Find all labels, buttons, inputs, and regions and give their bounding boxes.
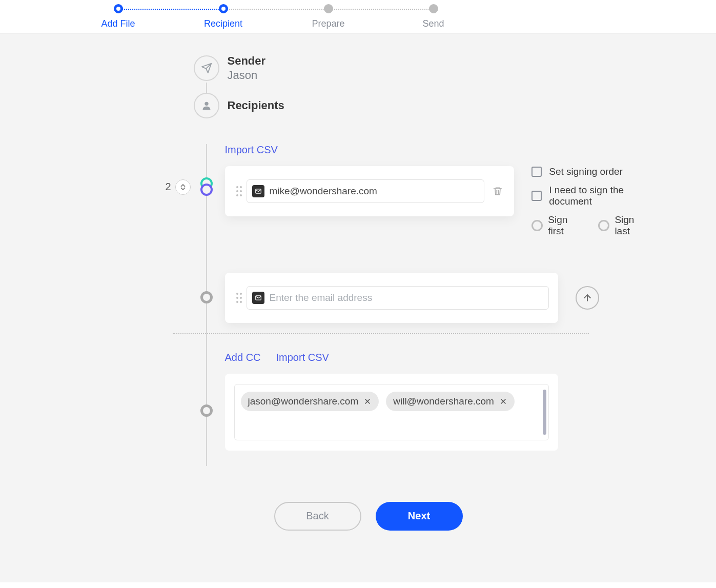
step-send[interactable]: Send [381,4,486,29]
remove-chip-button[interactable] [363,397,372,405]
recipients-label: Recipients [228,99,284,112]
email-field-wrap [247,179,485,203]
need-sign-checkbox[interactable]: I need to sign the document [531,185,650,207]
step-label: Recipient [204,18,242,29]
recipient-card-empty [225,273,558,323]
order-stepper: 2 [166,179,191,195]
sign-first-radio[interactable]: Sign first [531,214,584,237]
recipient-badges [200,177,213,196]
set-signing-order-checkbox[interactable]: Set signing order [531,166,650,177]
step-recipient[interactable]: Recipient [171,4,276,29]
step-label: Send [422,18,444,29]
signing-options: Set signing order I need to sign the doc… [531,166,650,237]
option-label: Set signing order [549,166,623,177]
sender-name: Jason [228,69,266,82]
timeline-marker [200,404,213,417]
import-cc-csv-link[interactable]: Import CSV [276,352,329,363]
svg-point-2 [204,102,208,105]
recipients-block: Recipients [194,93,650,118]
cc-chip: jason@wondershare.com [241,392,379,411]
recipient-email-input[interactable] [270,186,479,197]
cc-card: jason@wondershare.com will@wondershare.c… [225,374,558,451]
recipient-email-input[interactable] [270,292,543,303]
footer-buttons: Back Next [87,502,650,531]
drag-handle-icon[interactable] [234,184,240,198]
option-label: I need to sign the document [549,185,650,207]
delete-recipient-button[interactable] [490,184,505,198]
envelope-icon [252,185,264,197]
stack-count: 2 [166,181,171,193]
timeline-marker [200,291,213,303]
cc-chip: will@wondershare.com [386,392,515,411]
step-label: Add File [101,18,135,29]
envelope-icon [252,292,264,304]
option-label: Sign first [548,214,584,237]
step-add-file[interactable]: Add File [66,4,171,29]
remove-chip-button[interactable] [499,397,507,405]
step-prepare[interactable]: Prepare [276,4,381,29]
drag-handle-icon[interactable] [234,291,240,305]
person-icon [194,93,219,118]
paper-plane-icon [194,55,219,81]
sender-block: Sender Jason [194,54,650,83]
add-cc-link[interactable]: Add CC [225,352,261,363]
back-button[interactable]: Back [274,502,361,531]
cc-chip-email: will@wondershare.com [393,396,494,407]
sign-last-radio[interactable]: Sign last [598,214,650,237]
scrollbar-indicator[interactable] [543,390,546,435]
option-label: Sign last [615,214,650,237]
step-label: Prepare [312,18,344,29]
cc-input-area[interactable]: jason@wondershare.com will@wondershare.c… [234,384,549,440]
import-csv-link[interactable]: Import CSV [225,144,278,156]
recipient-card [225,166,515,216]
email-field-wrap [247,286,549,310]
stepper-bar: Add File Recipient Prepare Send [0,0,716,34]
next-button[interactable]: Next [376,502,463,531]
timeline-segment [206,83,207,93]
cc-chip-email: jason@wondershare.com [248,396,359,407]
move-up-button[interactable] [576,286,599,310]
section-divider [173,333,589,334]
sender-label: Sender [228,54,266,68]
order-stepper-button[interactable] [175,179,191,195]
